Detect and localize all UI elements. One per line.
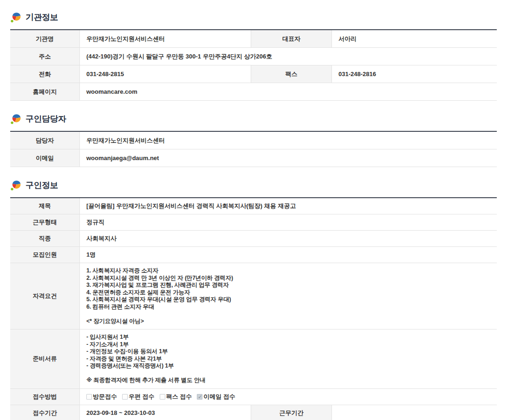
job-title-label: 제목: [10, 198, 80, 214]
job-category-label: 직종: [10, 231, 80, 246]
apply-period-value: 2023-09-18 ~ 2023-10-03: [80, 405, 251, 420]
pie-logo-icon: [10, 179, 22, 191]
apply-method-value: 방문접수 우편 접수 팩스 접수 이메일 접수: [80, 389, 497, 405]
qualification-line: 2. 사회복지시설 경력 만 3년 이상인 자 (만7년이하 경력자): [86, 275, 490, 282]
document-line: - 자격증 및 면허증 사본 각1부: [86, 355, 490, 363]
qualification-line: [86, 310, 490, 318]
headcount-label: 모집인원: [10, 247, 80, 263]
manager-value: 우만재가노인지원서비스센터: [80, 132, 497, 149]
checkbox-label: 팩스 접수: [166, 393, 192, 401]
table-row: 직종 사회복지사: [10, 231, 497, 247]
pie-logo-icon: [10, 113, 22, 125]
apply-method-label: 접수방법: [10, 389, 80, 405]
checkbox-icon[interactable]: [197, 394, 202, 400]
documents-value: - 입사지원서 1부 - 자기소개서 1부 - 개인정보 수집·이용 동의서 1…: [80, 330, 497, 388]
checkbox-icon[interactable]: [86, 394, 92, 400]
checkbox-fax-apply[interactable]: 팩스 접수: [160, 393, 192, 401]
table-row: 전화 031-248-2815 팩스 031-248-2816: [10, 65, 497, 83]
work-type-label: 근무형태: [10, 214, 80, 230]
qualification-line: 5. 사회복지시설 경력자 우대(시설 운영 업무 경력자 우대): [86, 296, 490, 304]
table-row: 근무형태 정규직: [10, 214, 497, 231]
section-jobinfo-header: 구인정보: [10, 179, 497, 191]
org-name-label: 기관명: [10, 30, 80, 47]
work-period-label: 근무기간: [251, 405, 332, 420]
ceo-label: 대표자: [251, 30, 332, 47]
homepage-label: 홈페이지: [10, 83, 80, 100]
qualification-value: 1. 사회복지사 자격증 소지자 2. 사회복지시설 경력 만 3년 이상인 자…: [80, 263, 497, 329]
table-row: 홈페이지 woomancare.com: [10, 83, 497, 101]
phone-value: 031-248-2815: [80, 65, 251, 83]
qualification-label: 자격요건: [10, 263, 80, 329]
section-title-institution: 기관정보: [26, 12, 58, 23]
fax-value: 031-248-2816: [332, 65, 497, 83]
document-line: - 경력증명서(또는 재직증명서) 1부: [86, 362, 490, 370]
section-institution-header: 기관정보: [10, 11, 497, 23]
fax-label: 팩스: [251, 65, 332, 83]
table-row: 이메일 woomanjaega@daum.net: [10, 149, 497, 167]
email-label: 이메일: [10, 149, 80, 167]
table-row: 제목 [끌어올림] 우만재가노인지원서비스센터 경력직 사회복지사(팀장) 채용…: [10, 198, 497, 214]
qualification-line: 1. 사회복지사 자격증 소지자: [86, 267, 490, 275]
checkbox-label: 우편 접수: [129, 393, 155, 401]
phone-label: 전화: [10, 65, 80, 83]
checkbox-mail-apply[interactable]: 우편 접수: [122, 393, 155, 401]
email-value: woomanjaega@daum.net: [80, 149, 497, 167]
job-posting-page: 기관정보 기관명 우만재가노인지원서비스센터 대표자 서아리 주소 (442-1…: [0, 0, 507, 420]
table-row: 접수방법 방문접수 우편 접수 팩스 접수: [10, 389, 497, 405]
table-row: 담당자 우만재가노인지원서비스센터: [10, 132, 497, 149]
table-row: 자격요건 1. 사회복지사 자격증 소지자 2. 사회복지시설 경력 만 3년 …: [10, 263, 497, 330]
document-line: - 개인정보 수집·이용 동의서 1부: [86, 348, 490, 355]
section-jobinfo: 구인정보 제목 [끌어올림] 우만재가노인지원서비스센터 경력직 사회복지사(팀…: [10, 179, 497, 420]
table-row: 접수기간 2023-09-18 ~ 2023-10-03 근무기간: [10, 405, 497, 420]
job-title-value: [끌어올림] 우만재가노인지원서비스센터 경력직 사회복지사(팀장) 채용 재공…: [80, 198, 497, 214]
work-type-value: 정규직: [80, 214, 497, 230]
institution-table: 기관명 우만재가노인지원서비스센터 대표자 서아리 주소 (442-190)경기…: [10, 29, 497, 101]
section-title-jobinfo: 구인정보: [26, 180, 58, 191]
address-label: 주소: [10, 48, 80, 65]
pie-logo-icon: [10, 11, 22, 23]
jobinfo-table: 제목 [끌어올림] 우만재가노인지원서비스센터 경력직 사회복지사(팀장) 채용…: [10, 197, 497, 420]
org-name-value: 우만재가노인지원서비스센터: [80, 30, 251, 47]
qualification-line: 4. 운전면허증 소지자로 실제 운전 가능자: [86, 289, 490, 297]
checkbox-icon[interactable]: [122, 394, 128, 400]
checkbox-icon[interactable]: [160, 394, 165, 400]
documents-label: 준비서류: [10, 330, 80, 388]
qualification-line: 3. 재가복지사업 및 프로그램 진행, 사례관리 업무 경력자: [86, 282, 490, 289]
checkbox-label: 방문접수: [93, 393, 117, 401]
work-period-value: [332, 405, 497, 420]
document-line: ※ 최종합격자에 한해 추가 제출 서류 별도 안내: [86, 377, 490, 384]
ceo-value: 서아리: [332, 30, 497, 47]
address-value: (442-190)경기 수원시 팔달구 우만동 300-1 우만주공4단지 상가…: [80, 48, 497, 65]
recruiter-table: 담당자 우만재가노인지원서비스센터 이메일 woomanjaega@daum.n…: [10, 131, 497, 167]
homepage-value: woomancare.com: [80, 83, 497, 100]
section-institution: 기관정보 기관명 우만재가노인지원서비스센터 대표자 서아리 주소 (442-1…: [10, 11, 497, 101]
headcount-value: 1명: [80, 247, 497, 263]
section-recruiter-header: 구인담당자: [10, 113, 497, 125]
section-title-recruiter: 구인담당자: [26, 113, 66, 124]
apply-period-label: 접수기간: [10, 405, 80, 420]
document-line: [86, 370, 490, 377]
section-recruiter: 구인담당자 담당자 우만재가노인지원서비스센터 이메일 woomanjaega@…: [10, 113, 497, 167]
table-row: 주소 (442-190)경기 수원시 팔달구 우만동 300-1 우만주공4단지…: [10, 48, 497, 65]
manager-label: 담당자: [10, 132, 80, 149]
document-line: - 자기소개서 1부: [86, 341, 490, 349]
job-category-value: 사회복지사: [80, 231, 497, 246]
qualification-line: 6. 컴퓨터 관련 소지자 우대: [86, 304, 490, 311]
table-row: 준비서류 - 입사지원서 1부 - 자기소개서 1부 - 개인정보 수집·이용 …: [10, 330, 497, 389]
table-row: 모집인원 1명: [10, 247, 497, 263]
qualification-line: <* 장기요양시설 아님>: [86, 318, 490, 325]
checkbox-email-apply[interactable]: 이메일 접수: [197, 393, 235, 401]
document-line: - 입사지원서 1부: [86, 334, 490, 341]
checkbox-visit-apply[interactable]: 방문접수: [86, 393, 117, 401]
checkbox-label: 이메일 접수: [203, 393, 235, 401]
table-row: 기관명 우만재가노인지원서비스센터 대표자 서아리: [10, 30, 497, 48]
